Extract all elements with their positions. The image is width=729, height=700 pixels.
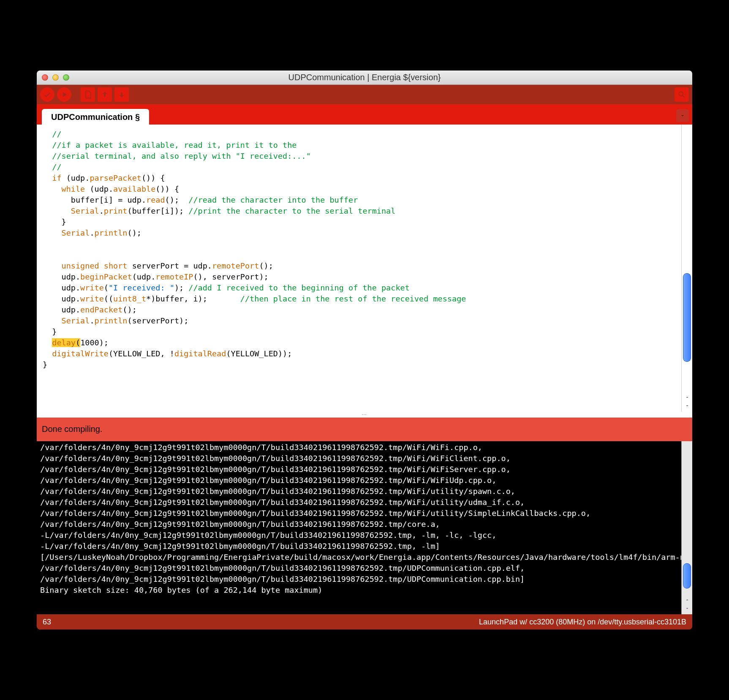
upload-button[interactable] [57, 87, 71, 102]
verify-button[interactable] [40, 87, 54, 102]
scroll-up-icon[interactable] [682, 395, 692, 403]
tab-menu-button[interactable] [676, 109, 689, 122]
open-button[interactable] [98, 87, 112, 102]
save-button[interactable] [114, 87, 129, 102]
code-editor[interactable]: // //if a packet is available, read it, … [37, 125, 681, 412]
serial-monitor-button[interactable] [675, 87, 689, 102]
window-zoom-button[interactable] [63, 74, 69, 81]
board-info: LaunchPad w/ cc3200 (80MHz) on /dev/tty.… [479, 618, 686, 627]
app-window: UDPCommunication | Energia ${version} [37, 71, 692, 629]
window-close-button[interactable] [42, 74, 48, 81]
arrow-up-icon [101, 90, 109, 99]
window-title: UDPCommunication | Energia ${version} [37, 73, 692, 82]
scroll-down-icon[interactable] [682, 606, 692, 614]
titlebar: UDPCommunication | Energia ${version} [37, 71, 692, 85]
window-minimize-button[interactable] [52, 74, 59, 81]
footer-bar: 63 LaunchPad w/ cc3200 (80MHz) on /dev/t… [37, 614, 692, 629]
compile-status: Done compiling. [37, 418, 692, 441]
check-icon [43, 90, 52, 99]
console-output[interactable]: /var/folders/4n/0ny_9cmj12g9t991t02lbmym… [37, 441, 681, 614]
tab-udpcommunication[interactable]: UDPCommunication § [42, 109, 149, 125]
chevron-down-icon [679, 112, 686, 119]
tab-bar: UDPCommunication § [37, 104, 692, 125]
splitter-handle[interactable]: ⋯ [37, 412, 692, 418]
scroll-down-icon[interactable] [682, 403, 692, 412]
new-button[interactable] [81, 87, 95, 102]
arrow-right-icon [60, 90, 68, 99]
toolbar [37, 85, 692, 104]
search-icon [677, 90, 686, 99]
arrow-down-icon [117, 90, 126, 99]
scroll-up-icon[interactable] [682, 597, 692, 606]
svg-point-0 [679, 92, 683, 96]
console-scrollbar[interactable] [681, 441, 692, 614]
line-number: 63 [43, 618, 51, 627]
editor-scrollbar[interactable] [681, 125, 692, 412]
file-icon [84, 90, 92, 99]
